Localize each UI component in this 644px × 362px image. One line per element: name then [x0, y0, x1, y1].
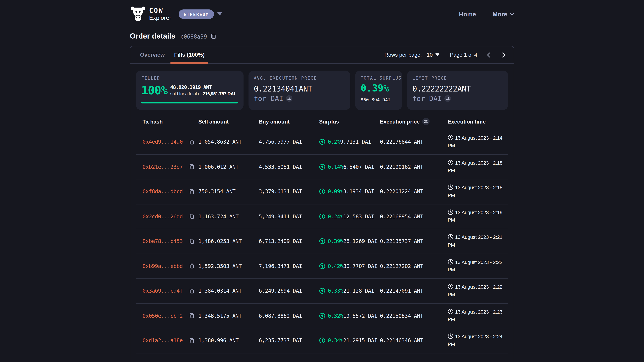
execution-time-cell: 13 August 2023 - 2:22 PM [448, 283, 508, 299]
surplus-amount: 12.583 DAI [343, 213, 374, 220]
surplus-cell: 0.24% 12.583 DAI [319, 213, 380, 220]
tx-hash-link[interactable]: 0xf8da...dbcd [142, 189, 183, 195]
copy-icon [189, 313, 194, 319]
execution-price-cell: 0.22176844 ANT [380, 139, 448, 145]
tx-hash-link[interactable]: 0xd1a2...a18e [142, 338, 183, 344]
surplus-cell: 0.2% 9.7131 DAI [319, 139, 380, 145]
total-surplus-amount: 860.894 DAI [360, 97, 397, 103]
toggle-price-direction-button[interactable] [422, 118, 430, 125]
column-sell-amount: Sell amount [198, 118, 259, 125]
execution-time-cell: 13 August 2023 - 2:18 PM [448, 184, 508, 199]
tx-hash-cell: 0x4ed9...14a0 [142, 139, 198, 145]
surplus-up-icon [319, 238, 325, 244]
fills-table-row: 0xb21e...23e7 1,006.012 ANT 4,533.5951 D… [136, 155, 508, 179]
chevron-left-icon [486, 51, 492, 58]
surplus-up-icon [319, 164, 325, 170]
buy-amount-cell: 6,235.7737 DAI [259, 338, 319, 344]
tx-hash-cell: 0x050e...cbf2 [142, 313, 198, 319]
copy-tx-hash-button[interactable] [189, 164, 194, 170]
execution-price-cell: 0.22146346 ANT [380, 338, 448, 344]
invert-price-button[interactable] [286, 95, 292, 102]
copy-tx-hash-button[interactable] [189, 139, 194, 145]
copy-icon [189, 288, 194, 294]
tx-hash-link[interactable]: 0x2cd0...26dd [142, 213, 183, 220]
clock-icon [448, 184, 453, 190]
tx-hash-link[interactable]: 0x4ed9...14a0 [142, 139, 183, 145]
next-page-button[interactable] [500, 51, 507, 58]
cow-explorer-logo[interactable]: COW Explorer [130, 6, 171, 22]
network-selector-badge[interactable]: ETHEREUM [178, 9, 214, 18]
execution-time-cell: 13 August 2023 - 2:21 PM [448, 234, 508, 249]
page-indicator: Page 1 of 4 [450, 52, 477, 58]
copy-tx-hash-button[interactable] [189, 189, 194, 194]
invert-price-button[interactable] [444, 95, 451, 102]
surplus-amount: 30.7707 DAI [343, 263, 377, 269]
surplus-amount: 9.7131 DAI [340, 139, 371, 145]
copy-icon [189, 263, 194, 269]
surplus-cell: 0.14% 6.5407 DAI [319, 164, 380, 170]
column-buy-amount: Buy amount [259, 118, 319, 125]
copy-tx-hash-button[interactable] [189, 338, 194, 344]
total-surplus-label: TOTAL SURPLUS [360, 76, 397, 80]
surplus-amount: 21.2915 DAI [343, 338, 377, 344]
nav-home[interactable]: Home [459, 10, 476, 17]
copy-icon [189, 238, 194, 244]
filled-label: FILLED [141, 76, 238, 80]
surplus-amount: 21.128 DAI [343, 288, 374, 294]
tx-hash-cell: 0x3a69...cd4f [142, 288, 198, 294]
summary-cards: FILLED 100% 48,020.1919 ANT sold for a t… [136, 70, 508, 110]
previous-page-button[interactable] [486, 51, 492, 58]
column-execution-price: Execution price [380, 118, 448, 125]
limit-price-value: 0.22222222ANT [412, 84, 503, 93]
rows-per-page-select[interactable]: 10 [427, 52, 440, 58]
copy-tx-hash-button[interactable] [189, 263, 194, 269]
surplus-up-icon [319, 313, 325, 319]
clock-icon [448, 333, 453, 339]
execution-price-cell: 0.22168954 ANT [380, 213, 448, 220]
copy-tx-hash-button[interactable] [189, 238, 194, 244]
column-surplus: Surplus [319, 118, 380, 125]
tx-hash-cell: 0x2cd0...26dd [142, 213, 198, 220]
filled-sold-total: sold for a total of 216,951.757 DAI [170, 91, 235, 96]
copy-tx-hash-button[interactable] [189, 214, 194, 219]
copy-tx-hash-button[interactable] [189, 313, 194, 319]
column-tx-hash: Tx hash [142, 118, 198, 125]
filled-card: FILLED 100% 48,020.1919 ANT sold for a t… [136, 70, 244, 110]
tab-fills[interactable]: Fills (100%) [170, 46, 208, 63]
tab-overview[interactable]: Overview [136, 46, 168, 63]
surplus-amount: 26.1269 DAI [343, 238, 377, 244]
buy-amount-cell: 5,249.3411 DAI [259, 213, 319, 220]
surplus-amount: 19.5572 DAI [343, 313, 377, 319]
page: COW Explorer ETHEREUM Home More Order de… [0, 0, 644, 362]
execution-price-cell: 0.22150834 ANT [380, 313, 448, 319]
surplus-up-icon [319, 139, 325, 145]
tx-hash-link[interactable]: 0xbe78...b453 [142, 238, 183, 244]
tx-hash-link[interactable]: 0xb21e...23e7 [142, 164, 183, 170]
total-surplus-card: TOTAL SURPLUS 0.39% 860.894 DAI [355, 70, 402, 110]
order-details-card: Overview Fills (100%) Rows per page: 10 … [130, 46, 514, 362]
tx-hash-link[interactable]: 0xb99a...ebbd [142, 263, 183, 269]
surplus-up-icon [319, 213, 325, 220]
buy-amount-cell: 4,756.5977 DAI [259, 139, 319, 145]
sell-amount-cell: 1,006.012 ANT [198, 164, 259, 170]
surplus-up-icon [319, 189, 325, 195]
sell-amount-cell: 1,348.5175 ANT [198, 313, 259, 319]
fills-table-row: 0xbe78...b453 1,486.0253 ANT 6,713.2409 … [136, 229, 508, 254]
nav-more[interactable]: More [492, 10, 514, 17]
surplus-cell: 0.32% 19.5572 DAI [319, 313, 380, 319]
buy-amount-cell: 6,249.2694 DAI [259, 288, 319, 294]
execution-price-cell: 0.22190162 ANT [380, 164, 448, 170]
tx-hash-cell: 0xbe78...b453 [142, 238, 198, 244]
fills-table-row: 0x050e...cbf2 1,348.5175 ANT 6,087.8862 … [136, 304, 508, 328]
tx-hash-link[interactable]: 0x050e...cbf2 [142, 313, 183, 319]
network-dropdown-caret-icon[interactable] [217, 12, 222, 15]
tx-hash-link[interactable]: 0x3a69...cd4f [142, 288, 183, 294]
copy-icon [189, 189, 194, 194]
clock-icon [448, 309, 453, 314]
chevron-right-icon [500, 51, 507, 58]
copy-tx-hash-button[interactable] [189, 288, 194, 294]
avg-execution-price-value: 0.22134041ANT [254, 84, 345, 93]
tx-hash-cell: 0xb21e...23e7 [142, 164, 198, 170]
page-header: Order details c0688a39 [130, 32, 514, 40]
copy-order-id-button[interactable] [210, 33, 216, 39]
